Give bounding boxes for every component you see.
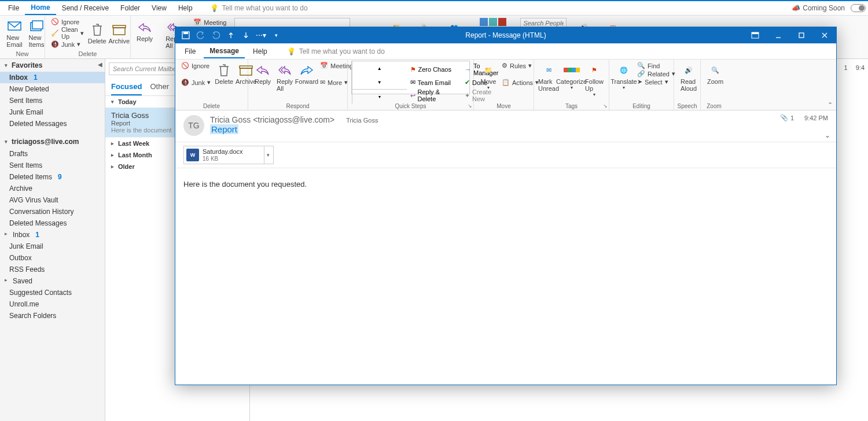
folder-junk[interactable]: Junk Email [0, 241, 105, 252]
favorites-header[interactable]: Favorites [0, 59, 105, 72]
tab-other[interactable]: Other [150, 79, 169, 95]
color-cat-blue[interactable] [480, 18, 488, 26]
mw-junk[interactable]: 🚯Junk▾ [181, 79, 211, 86]
qs-up[interactable]: ▲ [352, 61, 407, 75]
main-tab-home[interactable]: Home [25, 1, 56, 15]
cleanup-button[interactable]: 🧹Clean Up▾ [51, 26, 84, 40]
mw-rules[interactable]: ⚙Rules▾ [502, 62, 539, 69]
mw-categorize[interactable]: Categorize▾ [560, 61, 583, 91]
color-cat-red[interactable] [498, 18, 506, 26]
folder-saved[interactable]: Saved [0, 275, 105, 287]
qs-reply-delete[interactable]: ↩Reply & Delete [407, 87, 462, 104]
fav-new-deleted[interactable]: New Deleted [0, 83, 105, 95]
close-button[interactable] [813, 27, 836, 43]
attachment-dropdown[interactable]: ▾ [264, 146, 272, 164]
message-body[interactable]: Here is the document you requested. [175, 168, 836, 385]
mw-forward[interactable]: Forward [296, 61, 318, 86]
tags-launcher[interactable]: ↘ [603, 103, 608, 109]
qat-more-button[interactable]: ⋯▾ [255, 29, 267, 41]
folder-search-folders[interactable]: Search Folders [0, 310, 105, 322]
main-tab-help[interactable]: Help [172, 2, 198, 14]
mw-mark-unread[interactable]: ✉Mark Unread [538, 61, 560, 93]
mw-tab-file[interactable]: File [179, 45, 201, 58]
fav-junk[interactable]: Junk Email [0, 106, 105, 118]
redo-button[interactable] [210, 29, 222, 41]
fav-sent[interactable]: Sent Items [0, 95, 105, 106]
qs-launcher[interactable]: ↘ [468, 103, 472, 109]
folder-drafts[interactable]: Drafts [0, 148, 105, 160]
fav-inbox[interactable]: Inbox1 [0, 72, 105, 83]
folder-avg[interactable]: AVG Virus Vault [0, 194, 105, 206]
folder-suggested[interactable]: Suggested Contacts [0, 287, 105, 298]
minimize-button[interactable] [767, 27, 790, 43]
mw-titlebar[interactable]: ⋯▾ ▾ Report - Message (HTML) [175, 27, 836, 43]
maximize-button[interactable] [790, 27, 813, 43]
collapse-pane-button[interactable]: ◀ [97, 60, 104, 69]
mw-find[interactable]: 🔍Find [637, 62, 675, 69]
reply-button-main[interactable]: Reply [133, 18, 156, 43]
mw-zoom[interactable]: 🔍Zoom [704, 61, 726, 86]
folder-sent[interactable]: Sent Items [0, 160, 105, 171]
delete-button[interactable]: Delete [86, 17, 108, 49]
mw-move[interactable]: 📁Move▾ [477, 61, 499, 91]
next-item-button[interactable] [240, 29, 252, 41]
qs-manager[interactable]: →To Manager [461, 61, 469, 77]
main-tell-me[interactable]: 💡 Tell me what you want to do [210, 4, 308, 12]
avatar[interactable]: TG [183, 115, 204, 136]
qs-zero[interactable]: ⚑Zero Chaos [407, 61, 462, 77]
ignore-button[interactable]: 🚫Ignore [51, 18, 84, 25]
color-cat-teal[interactable] [489, 18, 497, 26]
mw-translate[interactable]: 🌐Translate▾ [613, 61, 635, 91]
mw-tab-help[interactable]: Help [247, 45, 273, 58]
folder-unrollme[interactable]: Unroll.me [0, 298, 105, 310]
prev-item-button[interactable] [225, 29, 237, 41]
mw-reply[interactable]: Reply [252, 61, 274, 86]
coming-soon-toggle[interactable] [851, 4, 866, 12]
mw-ignore[interactable]: 🚫Ignore [181, 62, 211, 69]
speaker-icon: 🔊 [681, 62, 697, 78]
undo-button[interactable] [195, 29, 207, 41]
mw-follow-up[interactable]: ⚑Follow Up▾ [583, 61, 605, 98]
folder-archive[interactable]: Archive [0, 183, 105, 194]
qs-team[interactable]: ✉Team Email [407, 77, 462, 87]
expand-header-button[interactable]: ⌄ [825, 131, 830, 139]
main-tab-file[interactable]: File [2, 2, 25, 14]
collapse-ribbon-button[interactable]: ⌃ [827, 101, 833, 109]
coming-soon[interactable]: 📣 Coming Soon [792, 4, 845, 12]
folder-deleted-msgs[interactable]: Deleted Messages [0, 217, 105, 229]
save-button[interactable] [180, 29, 192, 41]
meeting-button-main[interactable]: 📅Meeting [191, 18, 229, 27]
mw-actions[interactable]: 📋Actions▾ [502, 79, 539, 86]
mw-reply-all[interactable]: Reply All [274, 61, 296, 93]
attachment-chip[interactable]: W Saturday.docx 16 KB ▾ [183, 146, 274, 164]
qs-create-new[interactable]: ✦Create New [461, 87, 469, 104]
junk-button[interactable]: 🚯Junk▾ [51, 40, 84, 48]
mw-tell-me[interactable]: 💡 Tell me what you want to do [287, 47, 385, 56]
ribbon-display-button[interactable] [744, 27, 767, 43]
qat-customize[interactable]: ▾ [270, 29, 282, 41]
trash-icon [89, 21, 105, 38]
folder-deleted-items[interactable]: Deleted Items9 [0, 171, 105, 183]
folder-conv-history[interactable]: Conversation History [0, 206, 105, 217]
new-email-button[interactable]: New Email [3, 17, 25, 49]
main-tab-folder[interactable]: Folder [115, 2, 146, 14]
qs-expand[interactable]: ▾ [352, 89, 407, 104]
new-items-button[interactable]: New Items [25, 17, 47, 49]
folder-inbox[interactable]: Inbox1 [0, 229, 105, 241]
mw-related[interactable]: 🔗Related▾ [637, 70, 675, 77]
folder-rss[interactable]: RSS Feeds [0, 264, 105, 275]
mw-tab-message[interactable]: Message [204, 45, 245, 58]
folder-outbox[interactable]: Outbox [0, 252, 105, 264]
cursor-icon: ➤ [637, 78, 642, 86]
main-tab-sendreceive[interactable]: Send / Receive [56, 2, 115, 14]
fav-deleted-msgs[interactable]: Deleted Messages [0, 118, 105, 130]
archive-button[interactable]: Archive [108, 17, 130, 49]
tab-focused[interactable]: Focused [111, 79, 142, 95]
main-tab-view[interactable]: View [146, 2, 172, 14]
mw-select[interactable]: ➤Select▾ [637, 78, 675, 86]
mw-delete[interactable]: Delete [213, 61, 235, 86]
qs-down[interactable]: ▼ [352, 75, 407, 89]
mw-read-aloud[interactable]: 🔊Read Aloud [678, 61, 700, 93]
qs-done[interactable]: ✔Done [461, 77, 469, 87]
account-header[interactable]: triciagoss@live.com [0, 135, 105, 148]
